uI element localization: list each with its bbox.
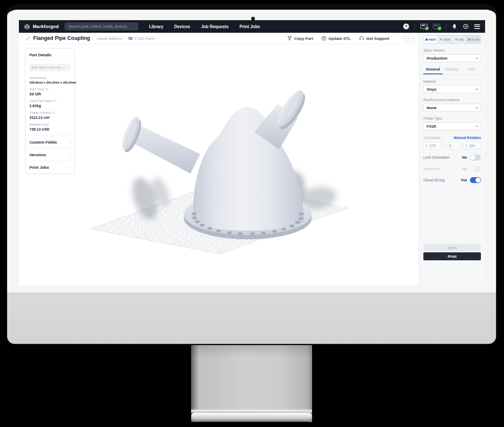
upload-globe-icon [321, 36, 326, 41]
settings-panel: ◉ PART ⚙ XRAY ⚙ SIM ◉ SC [419, 33, 485, 286]
view-mode-tabs: ◉ PART ⚙ XRAY ⚙ SIM ◉ SC [423, 35, 481, 44]
top-navbar: Markforged Search parts, folders, builds… [19, 20, 485, 33]
tab-infill[interactable]: Infill [462, 67, 481, 74]
search-input[interactable]: Search parts, folders, builds, devices..… [65, 23, 138, 30]
monitor-stand-base [191, 413, 312, 422]
fork-icon [287, 36, 292, 41]
plastic-volume-value: 3112.13 cm³ [29, 115, 71, 120]
part-model [19, 44, 419, 286]
inspection-row: Inspection No [423, 166, 481, 172]
printer-ok-badge: ✓ [438, 26, 441, 30]
monitor-frame: Markforged Search parts, folders, builds… [6, 4, 497, 345]
material-cost-value: 739.13 USD [29, 127, 71, 131]
part-details-card: Part Details › Add Description... Dimens… [25, 48, 75, 174]
panel-buttons: Save Print [423, 244, 481, 260]
tab-sim[interactable]: ⚙ SIM [452, 36, 467, 43]
part-details-title: Part Details [29, 52, 51, 57]
menu-icon[interactable] [474, 24, 480, 29]
part-details-header[interactable]: Part Details › [26, 49, 74, 60]
lock-orientation-row: Lock Orientation No [423, 155, 481, 160]
info-icon: i [52, 111, 55, 114]
field-label: Final Part Massi [29, 99, 71, 103]
printer-status-icon-2[interactable]: ✓ [433, 24, 440, 29]
slicer-version-select[interactable]: Production ▾ [423, 54, 481, 62]
printer-icon-bar [434, 25, 438, 26]
cloud-slicing-row: Cloud Slicing Yes [423, 177, 481, 183]
tab-settings[interactable]: Settings [443, 67, 462, 74]
chevron-right-icon: › [69, 140, 71, 144]
printer-type-select[interactable]: FX20 ▾ [423, 122, 481, 130]
slicer-version-label: Slicer Version [423, 48, 481, 52]
inspection-toggle[interactable] [470, 166, 481, 172]
part-owner: David Willams [97, 36, 122, 41]
part-toolbar: Flanged Pipe Coupling David Willams FX20… [19, 33, 419, 44]
caret-down-icon: ▾ [476, 106, 478, 110]
part-mass-value: 2.91kg [29, 104, 71, 108]
update-stl-button[interactable]: Update STL [321, 36, 351, 41]
get-support-button[interactable]: Get Support [359, 36, 389, 41]
app-window: Markforged Search parts, folders, builds… [19, 20, 485, 286]
field-label: Plastic Volumei [29, 111, 71, 115]
orientation-label: Orientation [423, 136, 441, 140]
main-area: Flanged Pipe Coupling David Willams FX20… [19, 33, 419, 286]
print-jobs-section[interactable]: Print Jobs › [26, 161, 74, 173]
reinforcement-label: Reinforcement Material [423, 98, 481, 102]
info-icon: i [53, 100, 56, 102]
notifications-bell-icon[interactable] [452, 24, 457, 30]
divider [446, 23, 446, 30]
cloud-slicing-toggle[interactable] [470, 177, 481, 183]
orientation-row: Orientation Manual Rotation [423, 136, 481, 140]
tab-scan[interactable]: ◉ SCAN [467, 36, 480, 43]
nav-link-print-jobs[interactable]: Print Jobs [239, 24, 260, 29]
tab-part[interactable]: ◉ PART [424, 36, 438, 43]
sim-tab-icon: ⚙ [455, 38, 457, 41]
edit-pencil-icon[interactable] [26, 36, 30, 41]
part-tab-icon: ◉ [425, 38, 428, 41]
copy-part-label: Copy Part [294, 36, 313, 41]
caret-down-icon: ▾ [476, 125, 478, 128]
help-icon[interactable]: ? [403, 24, 409, 29]
axis-z-input[interactable]: Z 180 [463, 142, 481, 149]
chevron-right-icon: › [69, 165, 71, 170]
nav-link-devices[interactable]: Devices [174, 24, 190, 29]
part-details-fields: Dimensions 439.8mm x 341.0mm x 292.0mm P… [26, 72, 74, 136]
material-label: Material [423, 79, 481, 84]
search-placeholder: Search parts, folders, builds, devices..… [68, 24, 130, 29]
tab-general[interactable]: General [423, 67, 443, 74]
divider [415, 23, 415, 30]
tab-xray[interactable]: ⚙ XRAY [438, 36, 452, 43]
save-button[interactable]: Save [423, 244, 481, 251]
scan-tab-icon: ◉ [468, 38, 470, 41]
custom-fields-section[interactable]: Custom Fields › [26, 136, 74, 148]
versions-section[interactable]: Versions › [26, 148, 74, 161]
axis-y-input[interactable]: Y 0 [443, 142, 461, 149]
material-select[interactable]: Onyx ▾ [423, 85, 481, 93]
get-support-label: Get Support [366, 36, 389, 41]
printer-status-icon[interactable]: ✓ [420, 24, 428, 29]
reinforcement-select[interactable]: None ▾ [423, 104, 481, 112]
copy-part-button[interactable]: Copy Part [287, 36, 313, 41]
nav-link-library[interactable]: Library [149, 24, 163, 29]
settings-tabs: General Settings Infill [423, 67, 481, 75]
more-options-button[interactable]: ... [404, 35, 414, 42]
axis-x-input[interactable]: X 270 [423, 142, 441, 149]
print-button[interactable]: Print [423, 252, 481, 260]
3d-viewport[interactable] [19, 44, 419, 286]
settings-icon[interactable] [463, 24, 469, 29]
orientation-axes: X 270 Y 0 Z 180 [423, 142, 481, 149]
breadcrumb-folder[interactable]: FX20 Parts [128, 36, 155, 41]
caret-down-icon: ▾ [476, 88, 478, 91]
nav-link-job-requests[interactable]: Job Requests [201, 24, 229, 29]
field-label: Dimensions [29, 76, 71, 80]
folder-icon [128, 36, 133, 40]
markforged-logo[interactable]: Markforged [24, 24, 59, 30]
brand-name: Markforged [33, 24, 59, 29]
description-input[interactable]: Add Description... [29, 64, 71, 71]
chevron-right-icon: › [69, 152, 71, 157]
printer-icon-bar [422, 25, 425, 26]
lock-orientation-toggle[interactable] [470, 155, 481, 160]
manual-rotation-link[interactable]: Manual Rotation [454, 136, 481, 140]
left-pipe [118, 115, 200, 173]
toolbar-actions: Copy Part Update STL [287, 35, 414, 42]
dimensions-value: 439.8mm x 341.0mm x 292.0mm [29, 81, 71, 84]
